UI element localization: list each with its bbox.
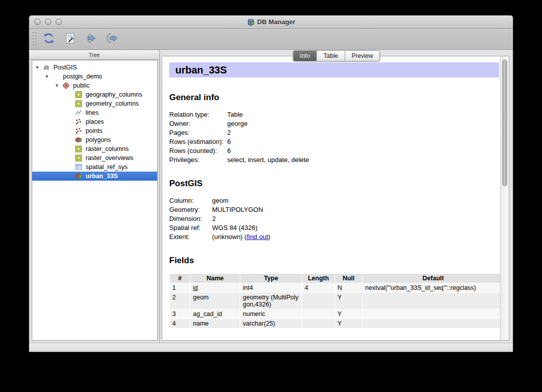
main-panel: InfoTablePreview urban_33S General info … bbox=[160, 50, 513, 343]
fields-table: #NameTypeLengthNullDefault 1idint44Nnext… bbox=[169, 273, 500, 329]
table-columns-icon bbox=[75, 100, 83, 108]
info-value: 6 bbox=[227, 146, 231, 155]
info-row: Privileges:select, insert, update, delet… bbox=[169, 155, 499, 165]
tree-item-label: places bbox=[86, 118, 104, 125]
info-label: Pages: bbox=[169, 128, 227, 137]
tab-table[interactable]: Table bbox=[317, 51, 345, 61]
field-cell-length bbox=[302, 293, 334, 309]
export-icon bbox=[106, 32, 119, 46]
tree-item-public[interactable]: ▼public bbox=[32, 81, 157, 90]
points-icon bbox=[75, 127, 83, 135]
tree-item-label: postgis_demo bbox=[63, 73, 102, 80]
zoom-button[interactable] bbox=[55, 19, 62, 25]
table-row: 1idint44Nnextval('"urban_33S_id_seq"'::r… bbox=[170, 283, 500, 292]
tree-item-spatial-ref-sys[interactable]: spatial_ref_sys bbox=[32, 163, 157, 172]
scrollbar-thumb[interactable] bbox=[502, 59, 507, 186]
field-cell-length bbox=[302, 319, 334, 328]
info-value: select, insert, update, delete bbox=[227, 155, 309, 165]
postgis-elephant-icon bbox=[42, 63, 50, 71]
find-out-link[interactable]: find out bbox=[247, 233, 268, 241]
tab-info[interactable]: Info bbox=[293, 51, 317, 61]
field-cell-default: nextval('"urban_33S_id_seq"'::regclass) bbox=[363, 283, 500, 292]
db-tree: ▼PostGIS▼postgis_demo▼publicgeography_co… bbox=[32, 60, 158, 341]
info-value: MULTIPOLYGON bbox=[212, 205, 263, 214]
export-layer-button[interactable] bbox=[104, 31, 121, 47]
polygons-icon bbox=[75, 136, 83, 144]
tree-item-postgis-demo[interactable]: ▼postgis_demo bbox=[32, 72, 157, 81]
field-cell-num: 4 bbox=[170, 319, 190, 328]
info-label: Spatial ref: bbox=[169, 223, 212, 232]
extent-unknown-text: (unknown) ( bbox=[212, 233, 247, 241]
refresh-button[interactable] bbox=[40, 31, 57, 47]
fields-column-header: Default bbox=[363, 274, 500, 283]
info-value: geom bbox=[212, 196, 229, 205]
info-value: 2 bbox=[227, 128, 231, 137]
tree-item-label: polygons bbox=[86, 136, 111, 143]
field-cell-length: 4 bbox=[302, 283, 334, 292]
tree-item-label: geography_columns bbox=[86, 91, 143, 98]
tree-item-polygons[interactable]: polygons bbox=[32, 135, 157, 144]
fields-column-header: Type bbox=[240, 274, 302, 283]
vertical-scrollbar[interactable] bbox=[500, 56, 509, 340]
info-value: (unknown) (find out) bbox=[212, 232, 270, 242]
info-row: Dimension:2 bbox=[169, 214, 499, 223]
fields-column-header: Name bbox=[190, 274, 240, 283]
polygons-icon bbox=[75, 172, 83, 180]
info-row: Rows (counted):6 bbox=[169, 146, 499, 155]
tree-item-label: raster_overviews bbox=[86, 154, 133, 162]
field-cell-type: int4 bbox=[240, 283, 302, 292]
tree-item-places[interactable]: places bbox=[32, 117, 157, 126]
import-layer-button[interactable] bbox=[83, 31, 100, 47]
window-title-text: DB Manager bbox=[257, 18, 296, 26]
table-row: 3ag_cad_idnumericY bbox=[170, 309, 500, 319]
disclosure-triangle-icon[interactable]: ▼ bbox=[44, 74, 50, 79]
info-row: Relation type:Table bbox=[169, 110, 499, 119]
status-bar bbox=[29, 343, 513, 352]
tree-item-urban-33s[interactable]: urban_33S bbox=[32, 172, 157, 181]
tree-item-label: spatial_ref_sys bbox=[86, 164, 127, 171]
tree-item-postgis[interactable]: ▼PostGIS bbox=[32, 63, 157, 72]
toolbar-drag-handle[interactable] bbox=[32, 31, 37, 47]
info-page: urban_33S General info Relation type:Tab… bbox=[162, 56, 500, 340]
tree-item-label: points bbox=[86, 127, 102, 134]
field-cell-default bbox=[363, 319, 500, 328]
info-view: urban_33S General info Relation type:Tab… bbox=[162, 56, 509, 341]
tree-item-geometry-columns[interactable]: geometry_columns bbox=[32, 99, 157, 108]
tab-preview[interactable]: Preview bbox=[345, 51, 380, 61]
sql-window-icon bbox=[64, 32, 76, 46]
disclosure-triangle-icon[interactable]: ▼ bbox=[54, 83, 60, 88]
fields-header-row: #NameTypeLengthNullDefault bbox=[170, 274, 500, 283]
field-cell-name: ag_cad_id bbox=[190, 309, 240, 319]
tree-item-raster-columns[interactable]: raster_columns bbox=[32, 144, 157, 153]
database-icon bbox=[247, 18, 255, 26]
import-icon bbox=[85, 32, 98, 46]
table-columns-icon bbox=[75, 91, 83, 99]
disclosure-triangle-icon[interactable]: ▼ bbox=[34, 65, 40, 70]
tree-item-lines[interactable]: lines bbox=[32, 108, 157, 117]
schema-icon bbox=[62, 82, 70, 90]
refresh-icon bbox=[42, 32, 55, 46]
sql-window-button[interactable] bbox=[61, 31, 79, 47]
table-columns-icon bbox=[75, 154, 83, 162]
field-cell-num: 2 bbox=[170, 293, 190, 309]
tree-item-raster-overviews[interactable]: raster_overviews bbox=[32, 153, 157, 163]
title-bar[interactable]: DB Manager bbox=[29, 16, 513, 29]
points-icon bbox=[75, 118, 83, 126]
minimize-button[interactable] bbox=[45, 19, 51, 25]
info-value: 6 bbox=[227, 137, 231, 146]
tree-item-points[interactable]: points bbox=[32, 126, 157, 135]
general-info-heading: General info bbox=[169, 93, 499, 103]
close-button[interactable] bbox=[34, 19, 41, 25]
fields-column-header: # bbox=[170, 274, 190, 283]
field-cell-default bbox=[363, 309, 500, 319]
fields-column-header: Length bbox=[302, 274, 334, 283]
tree-item-geography-columns[interactable]: geography_columns bbox=[32, 90, 157, 99]
tree-item-label: PostGIS bbox=[53, 64, 77, 71]
info-label: Privileges: bbox=[169, 155, 227, 165]
info-value: 2 bbox=[212, 214, 216, 223]
info-label: Rows (estimation): bbox=[169, 137, 227, 146]
info-label: Relation type: bbox=[169, 110, 227, 119]
info-row: Geometry:MULTIPOLYGON bbox=[169, 205, 499, 214]
field-cell-num: 3 bbox=[170, 309, 190, 319]
field-cell-null: N bbox=[335, 283, 362, 292]
